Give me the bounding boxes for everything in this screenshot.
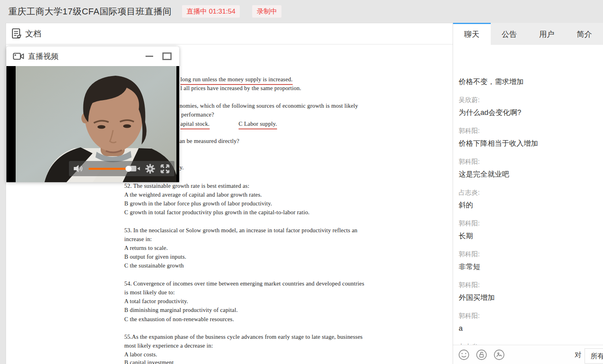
chat-message-author: 郭科阳: [459, 250, 603, 259]
video-window-titlebar[interactable]: 直播视频 [6, 46, 179, 66]
chat-message: 价格不变，需求增加 [459, 77, 603, 86]
chat-message: 郭科阳: 外国买增加 [459, 281, 603, 302]
lock-icon[interactable] [476, 349, 487, 360]
chat-message: 郭科阳: a [459, 312, 603, 333]
emoji-icon[interactable] [458, 349, 469, 360]
chat-message: 郭科阳: 非常短 [459, 250, 603, 271]
chat-message-author: 郭科阳: [459, 127, 603, 135]
chat-message-author: 郭科阳: [459, 281, 603, 290]
chat-message: 郭科阳: 长期 [459, 219, 603, 241]
room-title: 重庆工商大学17级CFA国际项目班直播间 [8, 6, 172, 18]
live-status-badge: 直播中 01:31:54 [182, 5, 240, 18]
volume-slider-track [89, 168, 129, 170]
live-classroom-app: 重庆工商大学17级CFA国际项目班直播间 直播中 01:31:54 录制中 文档… [0, 0, 603, 364]
video-camera-icon [13, 52, 24, 60]
chat-message-author: 郭科阳: [459, 312, 603, 320]
maximize-icon [162, 52, 172, 60]
live-video-window[interactable]: 直播视频 [6, 46, 179, 182]
chat-message-text: 外国买增加 [459, 293, 603, 302]
document-icon [11, 28, 22, 39]
chat-message-list[interactable]: 价格不变，需求增加 吴欣蔚: 为什么ad会变化啊? 郭科阳: 价格下降相当于收入… [453, 68, 603, 345]
sidebar-tab[interactable]: 用户 [528, 23, 566, 45]
image-icon[interactable] [494, 349, 505, 360]
sidebar-tab[interactable]: 聊天 [453, 23, 491, 45]
chat-message-text: 这是完全就业吧 [459, 169, 603, 179]
chat-message-text: a [459, 324, 603, 333]
chat-message-author: 郭科阳: [459, 157, 603, 166]
sidebar-tabs: 聊天 公告 用户 简介 [453, 23, 603, 45]
chat-message-text: 斜的 [459, 200, 603, 210]
chat-message: 占志炎: 斜的 [459, 188, 603, 210]
maximize-button[interactable] [161, 50, 173, 62]
chat-message-text: 价格下降相当于收入增加 [459, 139, 603, 148]
chat-message: 郭科阳: 价格下降相当于收入增加 [459, 127, 603, 148]
chat-message-author: 郭科阳: [459, 219, 603, 228]
sidebar: 聊天 公告 用户 简介 价格不变，需求增加 吴欣蔚: 为什么ad会变化啊? [453, 23, 603, 364]
chat-message-text: 价格不变，需求增加 [459, 77, 603, 86]
document-header: 文档 [6, 23, 453, 44]
audience-select[interactable]: 所有 [585, 348, 603, 364]
volume-slider-knob[interactable] [125, 166, 132, 172]
settings-icon[interactable] [145, 164, 155, 174]
video-controls-bar [69, 161, 174, 176]
composer-icons [458, 349, 505, 360]
fullscreen-icon[interactable] [160, 164, 170, 174]
chat-message-text: 非常短 [459, 262, 603, 271]
chat-message-text: 为什么ad会变化啊? [459, 108, 603, 117]
volume-icon[interactable] [73, 164, 84, 173]
recording-status-badge: 录制中 [252, 5, 281, 18]
send-to-label: 对 [575, 350, 581, 360]
chat-message: 吴欣蔚: 为什么ad会变化啊? [459, 96, 603, 117]
chat-composer: 对 所有 [453, 345, 603, 364]
chat-message-text: 长期 [459, 231, 603, 241]
top-bar: 重庆工商大学17级CFA国际项目班直播间 直播中 01:31:54 录制中 [0, 0, 603, 23]
volume-slider[interactable] [89, 166, 125, 171]
sidebar-tab[interactable]: 公告 [491, 23, 528, 45]
chat-message-author: 吴欣蔚: [459, 96, 603, 105]
webcam-video[interactable] [6, 66, 179, 182]
audience-select-value: 所有 [591, 352, 603, 361]
sidebar-tab[interactable]: 简介 [566, 23, 603, 45]
chat-message: 郭科阳: 这是完全就业吧 [459, 157, 603, 179]
minimize-icon [146, 56, 153, 57]
document-header-label: 文档 [25, 28, 41, 39]
video-window-title: 直播视频 [28, 51, 143, 62]
minimize-button[interactable] [143, 50, 155, 62]
chat-message-author: 占志炎: [459, 188, 603, 197]
